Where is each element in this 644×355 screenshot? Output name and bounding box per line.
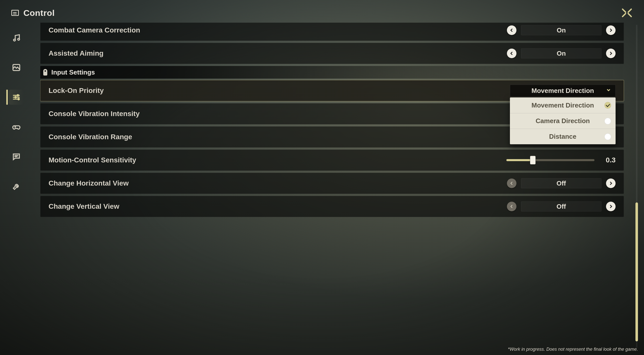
dropdown-option[interactable]: Movement Direction — [510, 97, 616, 113]
setting-control: Off — [507, 178, 616, 188]
spinner-value: On — [521, 48, 601, 58]
setting-label: Assisted Aiming — [49, 49, 377, 57]
spinner-next[interactable] — [606, 49, 616, 58]
spinner-value: On — [521, 25, 601, 35]
slider-thumb[interactable] — [530, 156, 536, 164]
dropdown-option-label: Movement Direction — [532, 101, 594, 109]
setting-label: Change Vertical View — [49, 202, 377, 210]
section-header: Input Settings — [40, 66, 624, 79]
chevron-down-icon — [606, 87, 611, 95]
spinner-prev[interactable] — [507, 49, 516, 58]
setting-row: Combat Camera CorrectionOn — [40, 23, 624, 41]
spinner-value: Off — [521, 201, 601, 211]
setting-row: Lock-On PriorityMovement DirectionCamera… — [40, 80, 624, 101]
nav-chat[interactable] — [9, 149, 24, 164]
setting-row: Change Horizontal ViewOff — [40, 173, 624, 194]
dropdown-option-label: Distance — [549, 133, 576, 140]
scroll-rail[interactable] — [636, 25, 637, 348]
nav-tools[interactable] — [9, 179, 24, 194]
nav-audio[interactable] — [9, 30, 24, 45]
svg-point-0 — [14, 39, 16, 41]
dropdown-list: Movement DirectionCamera DirectionDistan… — [510, 97, 616, 144]
nav-controller[interactable] — [9, 119, 24, 134]
setting-label: Change Horizontal View — [49, 179, 377, 187]
check-icon — [605, 102, 611, 109]
section-title: Input Settings — [51, 68, 95, 76]
setting-control: 0.3 — [506, 156, 616, 164]
setting-control: Off — [507, 201, 616, 211]
control-icon — [11, 10, 19, 16]
dropdown[interactable]: Movement Direction — [510, 85, 616, 97]
setting-control: On — [507, 48, 616, 58]
setting-row: Motion-Control Sensitivity0.3 — [40, 150, 624, 171]
spinner-value: Off — [521, 178, 601, 188]
svg-point-5 — [18, 98, 19, 100]
svg-point-4 — [15, 96, 16, 98]
setting-label: Console Vibration Intensity — [49, 110, 377, 118]
nav-photo[interactable] — [9, 60, 24, 75]
nav-settings[interactable] — [9, 90, 24, 105]
radio-icon — [605, 118, 611, 124]
spinner-prev — [507, 179, 516, 188]
slider-value: 0.3 — [601, 156, 616, 164]
spinner-prev — [507, 202, 516, 211]
setting-row: Assisted AimingOn — [40, 43, 624, 64]
dropdown-value: Movement Direction — [532, 87, 594, 95]
svg-point-1 — [18, 38, 20, 40]
scroll-thumb[interactable] — [635, 202, 638, 341]
svg-point-3 — [17, 95, 19, 96]
disclaimer: *Work in progress. Does not represent th… — [508, 347, 638, 352]
spinner-next[interactable] — [606, 202, 616, 211]
setting-label: Lock-On Priority — [49, 87, 377, 95]
spinner-next[interactable] — [606, 179, 616, 188]
spinner-prev[interactable] — [507, 25, 516, 35]
side-nav — [0, 0, 33, 355]
setting-label: Motion-Control Sensitivity — [49, 156, 377, 164]
setting-control: On — [507, 25, 616, 35]
dropdown-option[interactable]: Camera Direction — [510, 113, 616, 129]
dropdown-option[interactable]: Distance — [510, 129, 616, 144]
spinner-next[interactable] — [606, 25, 616, 35]
close-button[interactable] — [621, 7, 633, 19]
slider-track[interactable] — [506, 159, 594, 161]
setting-label: Combat Camera Correction — [49, 26, 377, 34]
dropdown-option-label: Camera Direction — [536, 117, 590, 125]
pin-icon — [43, 69, 47, 76]
setting-control: Movement Direction — [510, 85, 616, 97]
radio-icon — [605, 133, 611, 140]
setting-row: Change Vertical ViewOff — [40, 196, 624, 217]
setting-label: Console Vibration Range — [49, 133, 377, 141]
page-title: Control — [23, 8, 55, 18]
